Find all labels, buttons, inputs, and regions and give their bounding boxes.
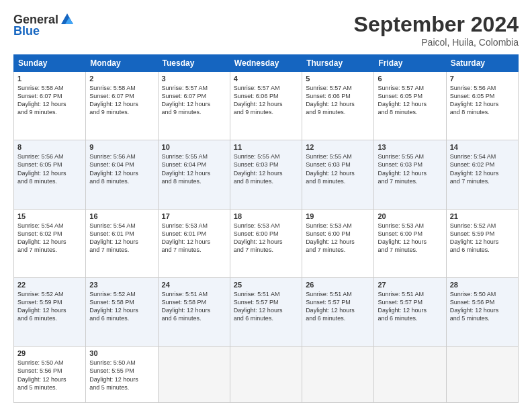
- day-number: 27: [378, 281, 442, 289]
- calendar-cell: [446, 347, 518, 403]
- day-number: 1: [17, 75, 82, 83]
- col-header-monday: Monday: [86, 55, 158, 72]
- day-detail: Sunrise: 5:52 AM Sunset: 5:59 PM Dayligh…: [450, 222, 515, 255]
- header: General Blue September 2024 Paicol, Huil…: [13, 12, 519, 48]
- calendar-cell: 6Sunrise: 5:57 AM Sunset: 6:05 PM Daylig…: [374, 72, 446, 140]
- day-detail: Sunrise: 5:53 AM Sunset: 6:00 PM Dayligh…: [378, 222, 442, 255]
- logo-blue-text: Blue: [13, 24, 40, 38]
- day-detail: Sunrise: 5:50 AM Sunset: 5:56 PM Dayligh…: [17, 359, 82, 392]
- day-detail: Sunrise: 5:56 AM Sunset: 6:05 PM Dayligh…: [17, 152, 82, 185]
- calendar-cell: 22Sunrise: 5:52 AM Sunset: 5:59 PM Dayli…: [14, 277, 86, 346]
- day-detail: Sunrise: 5:52 AM Sunset: 5:59 PM Dayligh…: [17, 290, 82, 323]
- calendar-cell: 1Sunrise: 5:58 AM Sunset: 6:07 PM Daylig…: [14, 72, 86, 140]
- day-number: 21: [450, 212, 515, 220]
- calendar-cell: 8Sunrise: 5:56 AM Sunset: 6:05 PM Daylig…: [14, 140, 86, 209]
- day-detail: Sunrise: 5:51 AM Sunset: 5:57 PM Dayligh…: [234, 290, 298, 323]
- day-number: 2: [89, 75, 154, 83]
- calendar-cell: 29Sunrise: 5:50 AM Sunset: 5:56 PM Dayli…: [14, 347, 86, 403]
- day-number: 11: [234, 143, 298, 151]
- day-detail: Sunrise: 5:54 AM Sunset: 6:02 PM Dayligh…: [17, 222, 82, 255]
- day-detail: Sunrise: 5:54 AM Sunset: 6:01 PM Dayligh…: [89, 222, 154, 255]
- day-number: 17: [162, 212, 226, 220]
- calendar-cell: 5Sunrise: 5:57 AM Sunset: 6:06 PM Daylig…: [302, 72, 374, 140]
- week-row-1: 1Sunrise: 5:58 AM Sunset: 6:07 PM Daylig…: [14, 72, 519, 140]
- calendar-cell: 27Sunrise: 5:51 AM Sunset: 5:57 PM Dayli…: [374, 277, 446, 346]
- day-detail: Sunrise: 5:57 AM Sunset: 6:05 PM Dayligh…: [378, 84, 442, 117]
- day-number: 25: [234, 281, 298, 289]
- calendar-cell: 3Sunrise: 5:57 AM Sunset: 6:07 PM Daylig…: [158, 72, 230, 140]
- calendar-title: September 2024: [354, 12, 519, 37]
- calendar-cell: 19Sunrise: 5:53 AM Sunset: 6:00 PM Dayli…: [302, 209, 374, 277]
- day-number: 4: [234, 75, 298, 83]
- day-number: 8: [17, 143, 82, 151]
- day-number: 5: [306, 75, 370, 83]
- day-detail: Sunrise: 5:57 AM Sunset: 6:07 PM Dayligh…: [162, 84, 226, 117]
- day-detail: Sunrise: 5:51 AM Sunset: 5:58 PM Dayligh…: [162, 290, 226, 323]
- day-number: 3: [162, 75, 226, 83]
- calendar-cell: [230, 347, 302, 403]
- day-detail: Sunrise: 5:54 AM Sunset: 6:02 PM Dayligh…: [450, 152, 515, 185]
- day-detail: Sunrise: 5:50 AM Sunset: 5:56 PM Dayligh…: [450, 290, 515, 323]
- calendar-cell: 17Sunrise: 5:53 AM Sunset: 6:01 PM Dayli…: [158, 209, 230, 277]
- day-detail: Sunrise: 5:51 AM Sunset: 5:57 PM Dayligh…: [378, 290, 442, 323]
- calendar-cell: 23Sunrise: 5:52 AM Sunset: 5:58 PM Dayli…: [86, 277, 158, 346]
- day-number: 13: [378, 143, 442, 151]
- day-number: 24: [162, 281, 226, 289]
- calendar-cell: 26Sunrise: 5:51 AM Sunset: 5:57 PM Dayli…: [302, 277, 374, 346]
- day-detail: Sunrise: 5:56 AM Sunset: 6:05 PM Dayligh…: [450, 84, 515, 117]
- col-header-thursday: Thursday: [302, 55, 374, 72]
- day-number: 9: [89, 143, 154, 151]
- calendar-cell: 18Sunrise: 5:53 AM Sunset: 6:00 PM Dayli…: [230, 209, 302, 277]
- calendar-cell: 2Sunrise: 5:58 AM Sunset: 6:07 PM Daylig…: [86, 72, 158, 140]
- day-number: 7: [450, 75, 515, 83]
- calendar-cell: 7Sunrise: 5:56 AM Sunset: 6:05 PM Daylig…: [446, 72, 518, 140]
- day-number: 30: [89, 349, 154, 357]
- day-number: 26: [306, 281, 370, 289]
- day-number: 6: [378, 75, 442, 83]
- day-number: 22: [17, 281, 82, 289]
- day-detail: Sunrise: 5:56 AM Sunset: 6:04 PM Dayligh…: [89, 152, 154, 185]
- day-number: 14: [450, 143, 515, 151]
- calendar-cell: 21Sunrise: 5:52 AM Sunset: 5:59 PM Dayli…: [446, 209, 518, 277]
- col-header-saturday: Saturday: [446, 55, 518, 72]
- calendar-cell: 14Sunrise: 5:54 AM Sunset: 6:02 PM Dayli…: [446, 140, 518, 209]
- calendar-cell: 24Sunrise: 5:51 AM Sunset: 5:58 PM Dayli…: [158, 277, 230, 346]
- day-detail: Sunrise: 5:53 AM Sunset: 6:00 PM Dayligh…: [306, 222, 370, 255]
- day-detail: Sunrise: 5:55 AM Sunset: 6:03 PM Dayligh…: [234, 152, 298, 185]
- calendar-cell: 15Sunrise: 5:54 AM Sunset: 6:02 PM Dayli…: [14, 209, 86, 277]
- week-row-2: 8Sunrise: 5:56 AM Sunset: 6:05 PM Daylig…: [14, 140, 519, 209]
- day-number: 15: [17, 212, 82, 220]
- day-number: 12: [306, 143, 370, 151]
- calendar-table: SundayMondayTuesdayWednesdayThursdayFrid…: [13, 54, 519, 403]
- day-detail: Sunrise: 5:57 AM Sunset: 6:06 PM Dayligh…: [234, 84, 298, 117]
- calendar-cell: 4Sunrise: 5:57 AM Sunset: 6:06 PM Daylig…: [230, 72, 302, 140]
- day-detail: Sunrise: 5:53 AM Sunset: 6:01 PM Dayligh…: [162, 222, 226, 255]
- calendar-cell: 28Sunrise: 5:50 AM Sunset: 5:56 PM Dayli…: [446, 277, 518, 346]
- calendar-cell: 9Sunrise: 5:56 AM Sunset: 6:04 PM Daylig…: [86, 140, 158, 209]
- day-number: 28: [450, 281, 515, 289]
- day-detail: Sunrise: 5:50 AM Sunset: 5:55 PM Dayligh…: [89, 359, 154, 392]
- week-row-4: 22Sunrise: 5:52 AM Sunset: 5:59 PM Dayli…: [14, 277, 519, 346]
- day-detail: Sunrise: 5:58 AM Sunset: 6:07 PM Dayligh…: [89, 84, 154, 117]
- week-row-5: 29Sunrise: 5:50 AM Sunset: 5:56 PM Dayli…: [14, 347, 519, 403]
- day-number: 19: [306, 212, 370, 220]
- page: General Blue September 2024 Paicol, Huil…: [0, 0, 532, 411]
- calendar-cell: 12Sunrise: 5:55 AM Sunset: 6:03 PM Dayli…: [302, 140, 374, 209]
- day-number: 20: [378, 212, 442, 220]
- day-number: 16: [89, 212, 154, 220]
- col-header-wednesday: Wednesday: [230, 55, 302, 72]
- day-detail: Sunrise: 5:58 AM Sunset: 6:07 PM Dayligh…: [17, 84, 82, 117]
- calendar-cell: [374, 347, 446, 403]
- calendar-cell: 16Sunrise: 5:54 AM Sunset: 6:01 PM Dayli…: [86, 209, 158, 277]
- day-detail: Sunrise: 5:52 AM Sunset: 5:58 PM Dayligh…: [89, 290, 154, 323]
- day-number: 18: [234, 212, 298, 220]
- col-header-tuesday: Tuesday: [158, 55, 230, 72]
- logo-icon: [60, 12, 75, 27]
- header-row: SundayMondayTuesdayWednesdayThursdayFrid…: [14, 55, 519, 72]
- day-number: 29: [17, 349, 82, 357]
- calendar-cell: 10Sunrise: 5:55 AM Sunset: 6:04 PM Dayli…: [158, 140, 230, 209]
- col-header-friday: Friday: [374, 55, 446, 72]
- logo: General Blue: [13, 12, 75, 38]
- calendar-cell: [302, 347, 374, 403]
- day-number: 23: [89, 281, 154, 289]
